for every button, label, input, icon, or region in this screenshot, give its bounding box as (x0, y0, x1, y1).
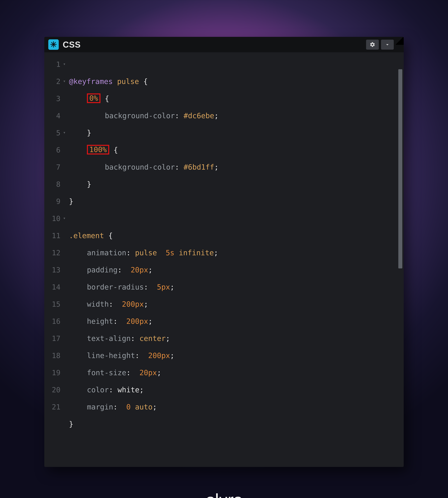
code-token: center (139, 334, 166, 343)
line-number: 13 (44, 261, 63, 279)
code-token: pulse (135, 249, 157, 257)
code-token: animation (87, 249, 126, 257)
code-token: 200px (126, 317, 148, 326)
line-number: 7 (44, 159, 63, 176)
line-number: 18 (44, 347, 63, 364)
code-token: background-color (105, 163, 175, 171)
line-number: 9 (44, 193, 63, 210)
line-number: 19 (44, 364, 63, 381)
code-token: 0% (89, 94, 98, 102)
line-number: 17 (44, 330, 63, 347)
code-token: @keyframes (69, 77, 113, 86)
code-token: auto (135, 403, 153, 411)
code-token: height (87, 317, 113, 326)
code-token: font-size (87, 368, 126, 377)
editor-titlebar: ✳ CSS (44, 37, 404, 52)
settings-button[interactable] (366, 40, 379, 50)
highlight-zero-percent: 0% (87, 93, 100, 103)
line-number: 5 (44, 124, 63, 141)
code-token: margin (87, 403, 113, 411)
code-token: 100% (89, 145, 107, 154)
code-token: .element (69, 231, 104, 240)
line-number: 2 (44, 73, 63, 90)
line-number: 4 (44, 107, 63, 124)
line-number: 16 (44, 313, 63, 330)
line-number: 12 (44, 244, 63, 261)
line-number: 1 (44, 56, 63, 73)
code-token: white (118, 385, 140, 394)
line-number: 20 (44, 381, 63, 398)
code-token: 20px (139, 368, 157, 377)
code-token: 200px (148, 351, 170, 360)
code-token: text-align (87, 334, 131, 343)
code-token: 5s (166, 249, 175, 257)
code-token: width (87, 300, 109, 308)
editor-body: 1 2 3 4 5 6 7 8 9 10 11 12 13 14 15 16 1… (44, 52, 404, 467)
code-token: #6bd1ff (184, 163, 214, 171)
line-number: 11 (44, 227, 63, 244)
code-token: line-height (87, 351, 135, 360)
code-token: infinite (179, 249, 214, 257)
code-token: 20px (131, 266, 148, 274)
code-token: #dc6ebe (184, 112, 214, 120)
brand-logo: alura (206, 490, 242, 498)
code-token: pulse (117, 77, 139, 86)
code-area[interactable]: @keyframes pulse {0% {background-color: … (63, 52, 404, 467)
css-badge-glyph: ✳ (50, 40, 57, 49)
chevron-down-icon (384, 42, 390, 48)
line-number: 14 (44, 279, 63, 296)
code-token: border-radius (87, 283, 144, 291)
gear-icon (369, 42, 375, 48)
line-number-gutter: 1 2 3 4 5 6 7 8 9 10 11 12 13 14 15 16 1… (44, 52, 63, 467)
highlight-hundred-percent: 100% (87, 145, 109, 154)
code-editor-window: ✳ CSS 1 2 3 4 5 6 7 8 9 10 11 12 13 14 (44, 37, 404, 467)
code-token: background-color (105, 112, 175, 120)
code-token: 200px (122, 300, 144, 308)
line-number: 21 (44, 398, 63, 415)
line-number: 3 (44, 90, 63, 107)
code-token: 5px (157, 283, 170, 291)
line-number: 10 (44, 210, 63, 227)
titlebar-actions (366, 40, 394, 50)
code-token: color (87, 385, 109, 394)
line-number: 8 (44, 176, 63, 193)
collapse-button[interactable] (381, 40, 394, 50)
language-label: CSS (63, 40, 81, 50)
vertical-scrollbar[interactable] (398, 69, 402, 268)
css-badge-icon: ✳ (48, 39, 59, 50)
code-token: padding (87, 266, 118, 274)
line-number: 15 (44, 296, 63, 313)
line-number: 6 (44, 141, 63, 159)
code-token: 0 (126, 403, 131, 411)
